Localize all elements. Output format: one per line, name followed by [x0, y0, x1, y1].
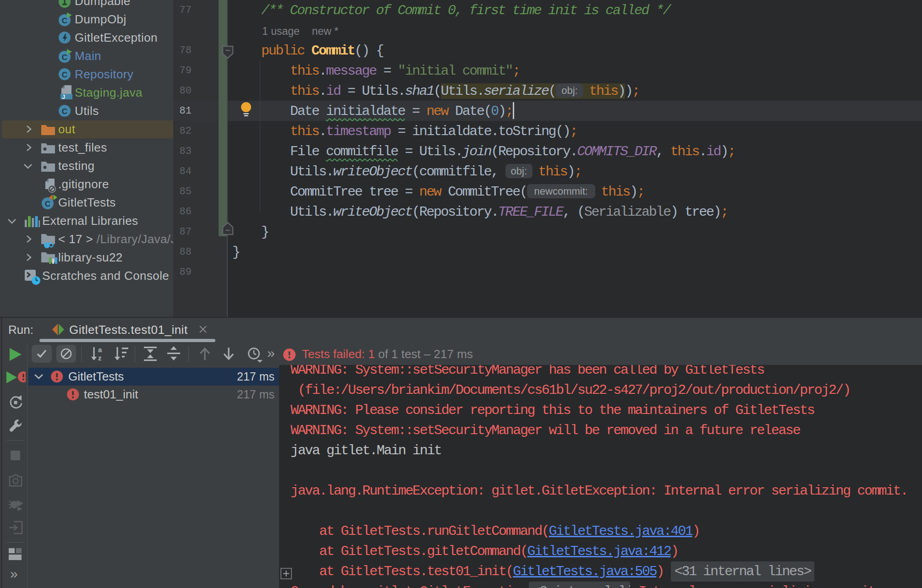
svg-text:a: a — [98, 346, 102, 354]
svg-text:z: z — [98, 354, 102, 362]
svg-text:C: C — [62, 53, 67, 62]
svg-text:C: C — [45, 200, 50, 208]
svg-text:C: C — [62, 16, 67, 25]
svg-text:J: J — [62, 93, 65, 100]
svg-text:C: C — [62, 107, 67, 116]
svg-text:C: C — [62, 71, 67, 79]
